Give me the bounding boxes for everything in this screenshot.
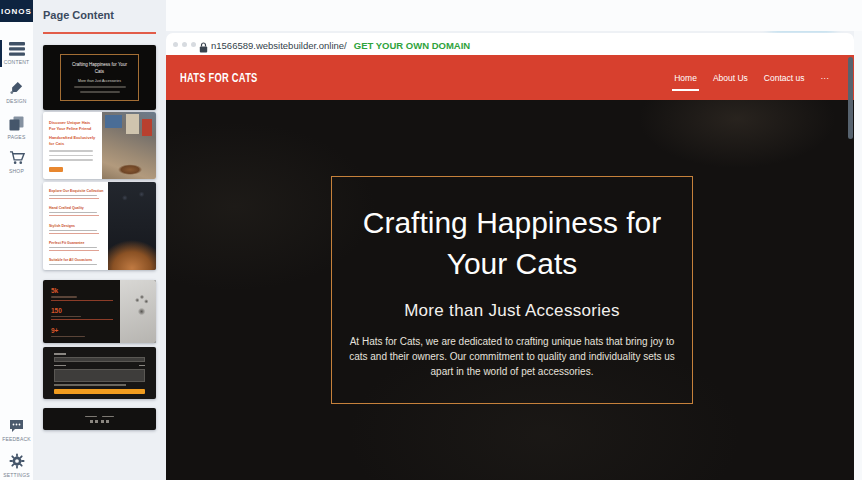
thumbnail-intro-heading2: Handcrafted Exclusively for Cats: [49, 135, 97, 147]
form-textarea-placeholder: [54, 369, 145, 382]
sidebar-item-label: PAGES: [8, 134, 26, 140]
sidebar-item-pages[interactable]: PAGES: [0, 116, 33, 140]
icon-rail: IONOS CONTENT DESIGN PAGES SHOP FEEDBACK: [0, 0, 33, 480]
social-icon: [106, 420, 109, 423]
pages-icon: [9, 116, 24, 131]
text-placeholder-bar: [49, 150, 93, 152]
thumbnail-hero-title: Crafting Happiness for Your Cats: [67, 62, 132, 76]
thumbnail-intro-heading1: Discover Unique Hats For Your Feline Fri…: [49, 120, 97, 132]
footer-social-icons: [90, 420, 110, 423]
preview-scrollbar[interactable]: [848, 57, 853, 139]
hero-subheading[interactable]: More than Just Accessories: [404, 301, 620, 321]
thumbnail-features-section[interactable]: Explore Our Exquisite Collection Hand Cr…: [43, 182, 156, 270]
thumbnail-stats-section[interactable]: 5k 150 9+: [43, 280, 156, 343]
hero-body-text[interactable]: At Hats for Cats, we are dedicated to cr…: [346, 334, 678, 379]
thumbnail-contact-form-section[interactable]: [43, 347, 156, 399]
sidebar-item-settings[interactable]: SETTINGS: [0, 453, 33, 478]
get-domain-link[interactable]: GET YOUR OWN DOMAIN: [354, 40, 470, 51]
form-label-bar: [54, 365, 66, 367]
site-nav: Home About Us Contact us ···: [673, 55, 830, 100]
form-submit-button: [54, 389, 145, 394]
text-placeholder-bar: [80, 91, 120, 93]
thumbnail-features-list: Explore Our Exquisite Collection Hand Cr…: [43, 182, 108, 270]
divider: [49, 250, 99, 251]
hero-gold-frame: Crafting Happiness for Your Cats More th…: [331, 176, 693, 404]
feature-heading: Perfect Fit Guarantee: [49, 241, 103, 245]
nav-item-home[interactable]: Home: [673, 71, 698, 85]
text-placeholder-bar: [49, 230, 97, 231]
panel-title-underline: [43, 32, 156, 34]
form-counter-bar: [139, 365, 145, 367]
feature-heading: Hand Crafted Quality: [49, 206, 103, 210]
thumbnail-intro-text: Discover Unique Hats For Your Feline Fri…: [43, 112, 102, 179]
sidebar-item-label: CONTENT: [4, 59, 30, 65]
panel-title: Page Content: [43, 9, 114, 21]
thumbnail-paw-print-photo: [120, 280, 156, 343]
thumbnail-hero-subtitle: More than Just Accessories: [78, 79, 121, 83]
sidebar-item-design[interactable]: DESIGN: [0, 80, 33, 104]
stat-value: 9+: [51, 327, 113, 334]
text-placeholder-bar: [51, 296, 77, 298]
form-checkbox-line: [54, 384, 126, 386]
divider: [51, 319, 113, 320]
sidebar-item-label: FEEDBACK: [2, 436, 31, 442]
window-dots: [173, 42, 196, 47]
text-placeholder-bar: [49, 212, 97, 213]
text-placeholder-bar: [49, 195, 97, 196]
stat-value: 5k: [51, 287, 113, 294]
page-content-panel: Page Content Crafting Happiness for Your…: [33, 0, 166, 480]
text-placeholder-bar: [49, 155, 93, 157]
settings-gear-icon: [9, 453, 25, 469]
thumbnail-hero-frame: Crafting Happiness for Your Cats More th…: [60, 54, 139, 101]
form-input-placeholder: [54, 357, 145, 362]
stat-value: 150: [51, 307, 113, 314]
text-placeholder-bar: [51, 336, 85, 338]
divider: [51, 300, 113, 301]
sidebar-item-label: DESIGN: [6, 98, 26, 104]
footer-links-bars: [85, 416, 114, 418]
nav-item-about-us[interactable]: About Us: [712, 71, 749, 85]
content-icon: [9, 42, 25, 56]
site-header[interactable]: HATS FOR CATS Home About Us Contact us ·…: [166, 55, 854, 100]
shop-cart-icon: [9, 150, 25, 165]
sidebar-item-label: SETTINGS: [3, 472, 30, 478]
preview-right-margin: [854, 31, 862, 480]
hero-section[interactable]: Crafting Happiness for Your Cats More th…: [166, 100, 854, 480]
text-placeholder-bar: [74, 86, 126, 88]
divider: [49, 215, 99, 216]
design-brush-icon: [9, 80, 24, 95]
form-label-bar: [54, 353, 66, 355]
text-placeholder-bar: [85, 416, 97, 418]
thumbnail-hero-section[interactable]: Crafting Happiness for Your Cats More th…: [43, 45, 156, 110]
text-placeholder-bar: [102, 416, 114, 418]
ionos-logo: IONOS: [0, 0, 33, 22]
nav-item-contact-us[interactable]: Contact us: [763, 71, 806, 85]
social-icon: [90, 420, 93, 423]
sidebar-item-content[interactable]: CONTENT: [0, 42, 33, 65]
divider: [49, 198, 99, 199]
thumbnail-intro-button: [49, 167, 63, 172]
site-logo[interactable]: HATS FOR CATS: [180, 71, 258, 85]
text-placeholder-bar: [49, 247, 97, 248]
nav-more-icon[interactable]: ···: [820, 71, 831, 85]
top-toolbar: [166, 0, 862, 31]
thumbnail-stats-list: 5k 150 9+: [43, 280, 120, 343]
sidebar-item-label: SHOP: [9, 168, 24, 174]
text-placeholder-bar: [49, 159, 93, 161]
social-icon: [95, 420, 98, 423]
thumbnail-footer-section[interactable]: [43, 408, 156, 430]
text-placeholder-bar: [51, 316, 81, 318]
feature-heading: Stylish Designs: [49, 224, 103, 228]
feature-heading: Suitable for All Occasions: [49, 258, 103, 262]
feature-heading: Explore Our Exquisite Collection: [49, 189, 103, 193]
sidebar-item-shop[interactable]: SHOP: [0, 150, 33, 174]
social-icon: [101, 420, 104, 423]
browser-chrome-bar: n1566589.websitebuilder.online/GET YOUR …: [166, 33, 854, 55]
hero-heading[interactable]: Crafting Happiness for Your Cats: [337, 202, 687, 285]
sidebar-item-feedback[interactable]: FEEDBACK: [0, 419, 33, 442]
thumbnail-intro-section[interactable]: Discover Unique Hats For Your Feline Fri…: [43, 112, 156, 179]
site-url[interactable]: n1566589.websitebuilder.online/GET YOUR …: [211, 40, 470, 51]
feedback-bubble-icon: [9, 419, 24, 433]
thumbnail-orange-cat-photo: [108, 182, 156, 270]
thumbnail-cat-street-photo: [102, 112, 156, 179]
